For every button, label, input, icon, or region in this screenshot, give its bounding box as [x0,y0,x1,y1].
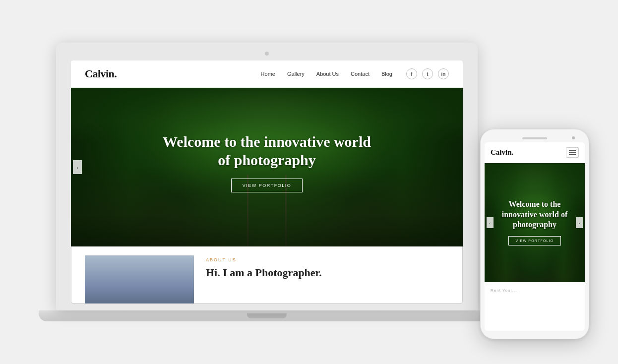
phone-below: Rent Your... [485,282,585,299]
nav-link-contact[interactable]: Contact [351,71,370,77]
view-portfolio-button[interactable]: VIEW PORTFOLIO [231,179,303,192]
laptop-body: Calvin. Home Gallery About Us Contact Bl… [56,43,478,310]
phone-hero: ‹ › Welcome to the innovative world of p… [485,163,585,282]
scene: Calvin. Home Gallery About Us Contact Bl… [0,0,618,364]
laptop-below-hero: ABOUT US Hi. I am a Photographer. [71,246,463,303]
laptop-camera [265,52,269,56]
laptop-screen: Calvin. Home Gallery About Us Contact Bl… [71,61,463,303]
phone-hero-content: Welcome to the innovative world of photo… [485,199,585,245]
phone-speaker [522,137,547,139]
about-image-inner [85,255,194,303]
about-heading: Hi. I am a Photographer. [206,266,449,279]
phone-logo: Calvin. [491,148,513,157]
twitter-icon[interactable]: t [422,68,433,79]
about-image [85,255,194,303]
laptop-hero: ‹ Welcome to the innovative world of pho… [71,88,463,246]
laptop-base [39,310,495,321]
hero-prev-arrow[interactable]: ‹ [73,160,82,174]
hero-title: Welcome to the innovative world of photo… [163,132,371,170]
phone-camera [572,136,575,139]
nav-link-about[interactable]: About Us [316,71,339,77]
laptop-notch [247,313,287,318]
laptop: Calvin. Home Gallery About Us Contact Bl… [56,43,478,321]
laptop-site-nav: Calvin. Home Gallery About Us Contact Bl… [71,61,463,88]
hamburger-line-2 [569,152,576,153]
nav-link-home[interactable]: Home [261,71,275,77]
facebook-icon[interactable]: f [406,68,417,79]
social-icons: f t in [406,68,449,79]
hamburger-line-3 [569,154,576,155]
nav-link-blog[interactable]: Blog [381,71,392,77]
phone-nav: Calvin. [485,142,585,163]
phone-view-portfolio-button[interactable]: VIEW PORTFOLIO [508,236,561,245]
about-text: ABOUT US Hi. I am a Photographer. [206,255,449,279]
phone-prev-arrow[interactable]: ‹ [487,217,494,228]
hamburger-menu[interactable] [566,147,579,158]
hamburger-line-1 [569,150,576,151]
nav-link-gallery[interactable]: Gallery [287,71,305,77]
about-section-label: ABOUT US [206,257,449,262]
laptop-nav-links: Home Gallery About Us Contact Blog [261,71,392,77]
phone-next-arrow[interactable]: › [576,217,583,228]
phone-screen: Calvin. ‹ › Welcome to the innovative wo… [485,142,585,331]
phone: Calvin. ‹ › Welcome to the innovative wo… [480,129,589,339]
linkedin-icon[interactable]: in [438,68,449,79]
hero-content: Welcome to the innovative world of photo… [163,132,371,192]
phone-hero-title: Welcome to the innovative world of photo… [491,199,579,230]
laptop-logo: Calvin. [85,67,117,80]
phone-below-label: Rent Your... [491,288,579,293]
